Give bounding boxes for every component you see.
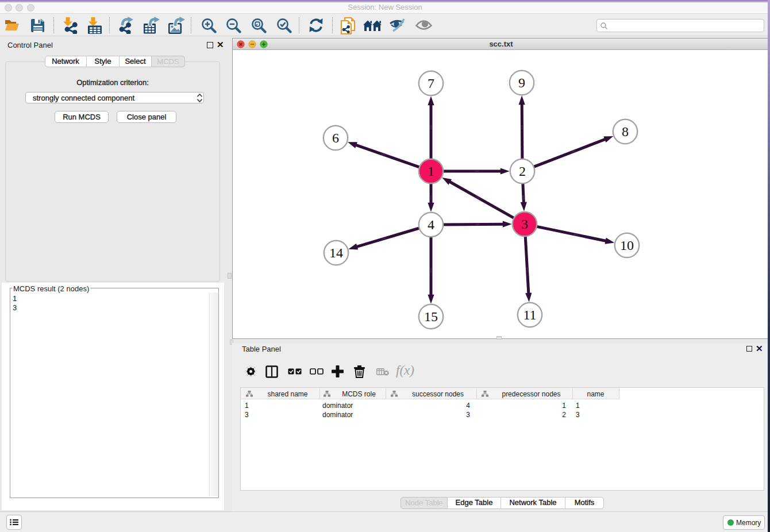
svg-text:10: 10 [620,238,634,253]
svg-text:11: 11 [523,307,536,322]
svg-text:7: 7 [428,76,434,91]
svg-text:14: 14 [329,245,343,260]
svg-text:4: 4 [428,217,434,232]
svg-text:8: 8 [622,124,629,139]
svg-text:6: 6 [332,130,339,145]
svg-text:3: 3 [521,217,528,232]
svg-text:15: 15 [424,309,438,324]
svg-text:2: 2 [519,164,526,179]
svg-text:1: 1 [428,164,434,179]
svg-text:9: 9 [518,75,525,90]
